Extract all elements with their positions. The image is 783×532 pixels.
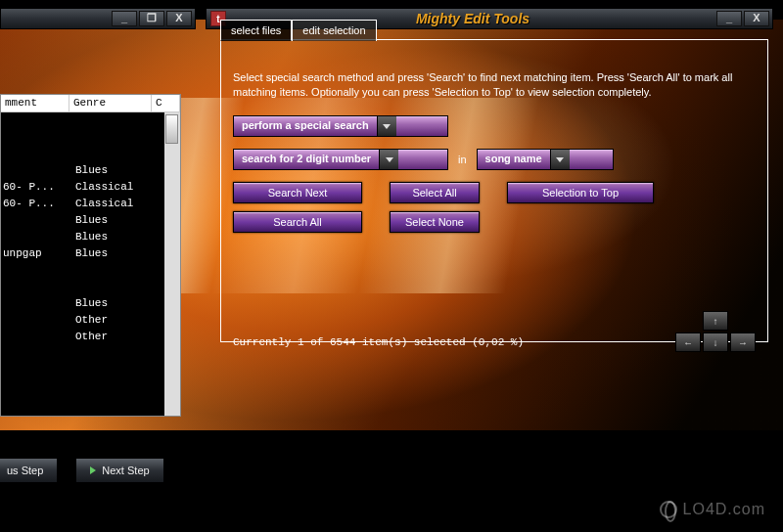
table-row[interactable]: Other [1,312,180,329]
table-row[interactable]: Blues [1,162,180,179]
main-close-button[interactable]: X [744,11,769,26]
table-row[interactable]: Other [1,329,180,345]
cell-comment: unpgap [1,245,73,262]
cell-comment [1,112,73,129]
cell-comment: 60- P... [1,179,73,196]
in-label: in [458,154,467,165]
cell-genre [73,112,161,129]
left-close-button[interactable]: X [166,11,192,26]
nav-up-button[interactable]: ↑ [703,311,728,331]
cell-comment [1,129,73,146]
select-all-button[interactable]: Select All [390,182,480,203]
watermark: LO4D.com [660,501,765,518]
next-step-button[interactable]: Next Step [75,458,163,483]
help-text: Select special search method and press '… [233,70,756,100]
left-window-titlebar: _ ❐ X [0,8,196,29]
select-none-button[interactable]: Select None [390,211,480,233]
cell-comment [1,262,73,279]
chevron-down-icon [377,116,396,136]
left-table-window: mment Genre C [[Blues60- P...Classical60… [0,94,181,417]
prev-step-label: us Step [7,465,43,476]
chevron-down-icon [550,150,570,169]
nav-down-button[interactable]: ↓ [703,332,728,352]
main-min-button[interactable]: _ [716,11,742,26]
table-row[interactable]: 60- P...Classical [1,196,180,212]
table-row[interactable]: Blues [1,295,180,312]
table-row[interactable]: 60- P...Classical [1,179,180,196]
table-row[interactable]: [ [1,112,180,129]
nav-arrows: ↑ ← ↓ → [675,311,756,352]
status-text: Currently 1 of 6544 item(s) selected (0,… [233,336,524,348]
cell-comment [1,329,73,345]
globe-icon [660,501,677,518]
table-header: mment Genre C [1,95,180,112]
panel-area: select files edit selection Select speci… [220,39,768,342]
col-comment[interactable]: mment [1,95,69,111]
cell-genre: Blues [73,162,161,179]
field-dropdown[interactable]: song name [477,149,614,170]
pattern-dropdown-label: search for 2 digit number [234,150,379,169]
method-dropdown[interactable]: perform a special search [233,115,448,137]
cell-comment [1,279,73,295]
cell-comment [1,146,73,162]
next-step-label: Next Step [102,465,149,476]
method-dropdown-label: perform a special search [234,116,377,136]
search-all-button[interactable]: Search All [233,211,362,233]
cell-comment [1,162,73,179]
col-c[interactable]: C [152,95,180,111]
scrollbar[interactable] [164,112,180,416]
step-bar: us Step Next Step [0,458,164,483]
table-row[interactable]: [ [1,129,180,146]
cell-genre: Classical [73,179,161,196]
cell-genre: Classical [73,196,161,212]
search-next-button[interactable]: Search Next [233,182,362,203]
cell-comment [1,295,73,312]
cell-genre: Other [73,329,161,345]
arrow-right-icon [90,466,96,474]
chevron-down-icon [379,150,398,169]
cell-comment [1,212,73,229]
cell-genre: Blues [73,212,161,229]
table-row[interactable] [1,146,180,162]
nav-left-button[interactable]: ← [675,332,701,352]
table-row[interactable]: Blues [1,212,180,229]
table-row[interactable]: Blues [1,229,180,245]
cell-genre: Other [73,312,161,329]
left-max-button[interactable]: ❐ [139,11,164,26]
prev-step-button[interactable]: us Step [0,458,58,483]
pattern-dropdown[interactable]: search for 2 digit number [233,149,448,170]
cell-genre [73,279,161,295]
cell-genre: Blues [73,295,161,312]
selection-to-top-button[interactable]: Selection to Top [507,182,654,203]
tabs: select files edit selection [221,39,767,61]
nav-right-button[interactable]: → [730,332,756,352]
cell-comment: 60- P... [1,196,73,212]
tab-select-files[interactable]: select files [220,20,292,41]
table-row[interactable]: unpgapBlues [1,245,180,262]
cell-genre: Blues [73,245,161,262]
cell-comment [1,229,73,245]
table-body: [[Blues60- P...Classical60- P...Classica… [1,112,180,416]
cell-comment [1,312,73,329]
col-genre[interactable]: Genre [69,95,152,111]
table-row[interactable] [1,279,180,295]
cell-genre [73,262,161,279]
scrollbar-thumb[interactable] [165,114,178,144]
cell-genre [73,146,161,162]
watermark-text: LO4D.com [683,501,765,518]
cell-genre: Blues [73,229,161,245]
tab-edit-selection[interactable]: edit selection [292,20,376,41]
table-row[interactable] [1,262,180,279]
cell-genre [73,129,161,146]
field-dropdown-label: song name [478,150,550,169]
left-min-button[interactable]: _ [112,11,137,26]
